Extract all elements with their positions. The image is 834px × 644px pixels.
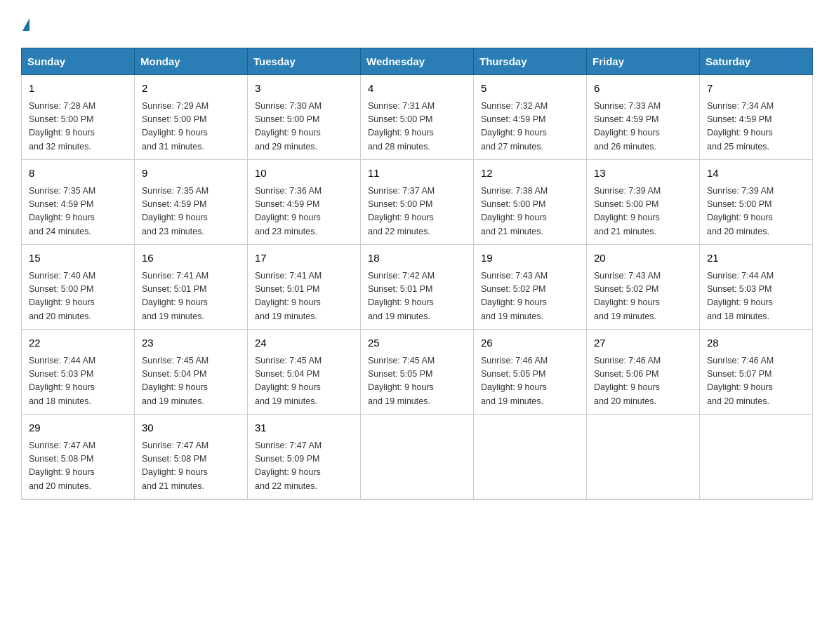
day-number: 3 [255,81,353,97]
header-row: SundayMondayTuesdayWednesdayThursdayFrid… [22,48,813,75]
day-cell: 19 Sunrise: 7:43 AM Sunset: 5:02 PM Dayl… [474,245,587,330]
day-info: Sunrise: 7:31 AM Sunset: 5:00 PM Dayligh… [368,100,466,154]
day-cell: 2 Sunrise: 7:29 AM Sunset: 5:00 PM Dayli… [135,75,248,160]
week-row-5: 29 Sunrise: 7:47 AM Sunset: 5:08 PM Dayl… [22,415,813,499]
page-header [21,14,813,34]
day-number: 21 [707,250,805,267]
day-number: 14 [707,166,805,182]
day-cell: 23 Sunrise: 7:45 AM Sunset: 5:04 PM Dayl… [135,330,248,415]
day-info: Sunrise: 7:39 AM Sunset: 5:00 PM Dayligh… [707,185,805,239]
day-info: Sunrise: 7:41 AM Sunset: 5:01 PM Dayligh… [142,269,240,324]
day-info: Sunrise: 7:47 AM Sunset: 5:09 PM Dayligh… [255,439,353,494]
day-info: Sunrise: 7:30 AM Sunset: 5:00 PM Dayligh… [255,100,353,154]
day-number: 11 [368,166,466,182]
day-number: 2 [142,81,240,97]
day-info: Sunrise: 7:46 AM Sunset: 5:07 PM Dayligh… [707,354,805,409]
day-cell: 3 Sunrise: 7:30 AM Sunset: 5:00 PM Dayli… [248,75,361,160]
day-cell: 4 Sunrise: 7:31 AM Sunset: 5:00 PM Dayli… [361,75,474,160]
day-info: Sunrise: 7:46 AM Sunset: 5:05 PM Dayligh… [481,354,579,409]
day-info: Sunrise: 7:43 AM Sunset: 5:02 PM Dayligh… [481,269,579,324]
day-info: Sunrise: 7:29 AM Sunset: 5:00 PM Dayligh… [142,100,240,154]
day-number: 4 [368,81,466,97]
day-cell: 28 Sunrise: 7:46 AM Sunset: 5:07 PM Dayl… [700,330,813,415]
day-number: 29 [29,420,127,436]
day-cell: 22 Sunrise: 7:44 AM Sunset: 5:03 PM Dayl… [22,330,135,415]
week-row-2: 8 Sunrise: 7:35 AM Sunset: 4:59 PM Dayli… [22,160,813,245]
day-number: 26 [481,335,579,351]
day-cell [587,415,700,499]
header-cell-thursday: Thursday [474,48,587,75]
day-info: Sunrise: 7:34 AM Sunset: 4:59 PM Dayligh… [707,100,805,154]
day-info: Sunrise: 7:46 AM Sunset: 5:06 PM Dayligh… [594,354,692,409]
day-info: Sunrise: 7:47 AM Sunset: 5:08 PM Dayligh… [142,439,240,494]
day-info: Sunrise: 7:28 AM Sunset: 5:00 PM Dayligh… [29,100,127,154]
day-number: 30 [142,420,240,436]
day-number: 24 [255,335,353,351]
week-row-1: 1 Sunrise: 7:28 AM Sunset: 5:00 PM Dayli… [22,75,813,160]
header-cell-tuesday: Tuesday [248,48,361,75]
day-info: Sunrise: 7:33 AM Sunset: 4:59 PM Dayligh… [594,100,692,154]
day-number: 19 [481,250,579,267]
day-cell: 11 Sunrise: 7:37 AM Sunset: 5:00 PM Dayl… [361,160,474,245]
day-info: Sunrise: 7:45 AM Sunset: 5:04 PM Dayligh… [142,354,240,409]
day-info: Sunrise: 7:43 AM Sunset: 5:02 PM Dayligh… [594,269,692,324]
day-number: 27 [594,335,692,351]
day-number: 6 [594,81,692,97]
day-info: Sunrise: 7:44 AM Sunset: 5:03 PM Dayligh… [707,269,805,324]
day-cell: 15 Sunrise: 7:40 AM Sunset: 5:00 PM Dayl… [22,245,135,330]
day-number: 12 [481,166,579,182]
day-cell: 6 Sunrise: 7:33 AM Sunset: 4:59 PM Dayli… [587,75,700,160]
header-cell-monday: Monday [135,48,248,75]
day-info: Sunrise: 7:36 AM Sunset: 4:59 PM Dayligh… [255,185,353,239]
day-info: Sunrise: 7:38 AM Sunset: 5:00 PM Dayligh… [481,185,579,239]
day-info: Sunrise: 7:39 AM Sunset: 5:00 PM Dayligh… [594,185,692,239]
day-cell: 20 Sunrise: 7:43 AM Sunset: 5:02 PM Dayl… [587,245,700,330]
day-info: Sunrise: 7:45 AM Sunset: 5:04 PM Dayligh… [255,354,353,409]
day-number: 25 [368,335,466,351]
logo [21,14,29,34]
day-number: 22 [29,335,127,351]
day-number: 8 [29,166,127,182]
day-info: Sunrise: 7:40 AM Sunset: 5:00 PM Dayligh… [29,269,127,324]
day-number: 17 [255,250,353,267]
week-row-4: 22 Sunrise: 7:44 AM Sunset: 5:03 PM Dayl… [22,330,813,415]
day-cell: 1 Sunrise: 7:28 AM Sunset: 5:00 PM Dayli… [22,75,135,160]
day-cell: 30 Sunrise: 7:47 AM Sunset: 5:08 PM Dayl… [135,415,248,499]
day-cell: 31 Sunrise: 7:47 AM Sunset: 5:09 PM Dayl… [248,415,361,499]
header-cell-saturday: Saturday [700,48,813,75]
day-number: 5 [481,81,579,97]
day-number: 7 [707,81,805,97]
logo-general-line [21,14,29,34]
day-cell: 10 Sunrise: 7:36 AM Sunset: 4:59 PM Dayl… [248,160,361,245]
day-cell: 25 Sunrise: 7:45 AM Sunset: 5:05 PM Dayl… [361,330,474,415]
day-cell: 17 Sunrise: 7:41 AM Sunset: 5:01 PM Dayl… [248,245,361,330]
week-row-3: 15 Sunrise: 7:40 AM Sunset: 5:00 PM Dayl… [22,245,813,330]
day-info: Sunrise: 7:32 AM Sunset: 4:59 PM Dayligh… [481,100,579,154]
header-cell-wednesday: Wednesday [361,48,474,75]
day-number: 1 [29,81,127,97]
day-number: 9 [142,166,240,182]
day-number: 10 [255,166,353,182]
day-number: 13 [594,166,692,182]
day-number: 23 [142,335,240,351]
day-number: 16 [142,250,240,267]
day-cell: 5 Sunrise: 7:32 AM Sunset: 4:59 PM Dayli… [474,75,587,160]
day-info: Sunrise: 7:35 AM Sunset: 4:59 PM Dayligh… [142,185,240,239]
day-number: 28 [707,335,805,351]
day-info: Sunrise: 7:42 AM Sunset: 5:01 PM Dayligh… [368,269,466,324]
day-cell: 16 Sunrise: 7:41 AM Sunset: 5:01 PM Dayl… [135,245,248,330]
logo-triangle-icon [22,18,29,31]
calendar-table: SundayMondayTuesdayWednesdayThursdayFrid… [21,48,813,499]
day-number: 15 [29,250,127,267]
day-cell: 9 Sunrise: 7:35 AM Sunset: 4:59 PM Dayli… [135,160,248,245]
day-cell: 24 Sunrise: 7:45 AM Sunset: 5:04 PM Dayl… [248,330,361,415]
day-cell: 27 Sunrise: 7:46 AM Sunset: 5:06 PM Dayl… [587,330,700,415]
day-cell: 26 Sunrise: 7:46 AM Sunset: 5:05 PM Dayl… [474,330,587,415]
day-cell: 29 Sunrise: 7:47 AM Sunset: 5:08 PM Dayl… [22,415,135,499]
day-info: Sunrise: 7:35 AM Sunset: 4:59 PM Dayligh… [29,185,127,239]
header-cell-sunday: Sunday [22,48,135,75]
day-info: Sunrise: 7:41 AM Sunset: 5:01 PM Dayligh… [255,269,353,324]
day-info: Sunrise: 7:47 AM Sunset: 5:08 PM Dayligh… [29,439,127,494]
day-info: Sunrise: 7:37 AM Sunset: 5:00 PM Dayligh… [368,185,466,239]
day-cell [361,415,474,499]
